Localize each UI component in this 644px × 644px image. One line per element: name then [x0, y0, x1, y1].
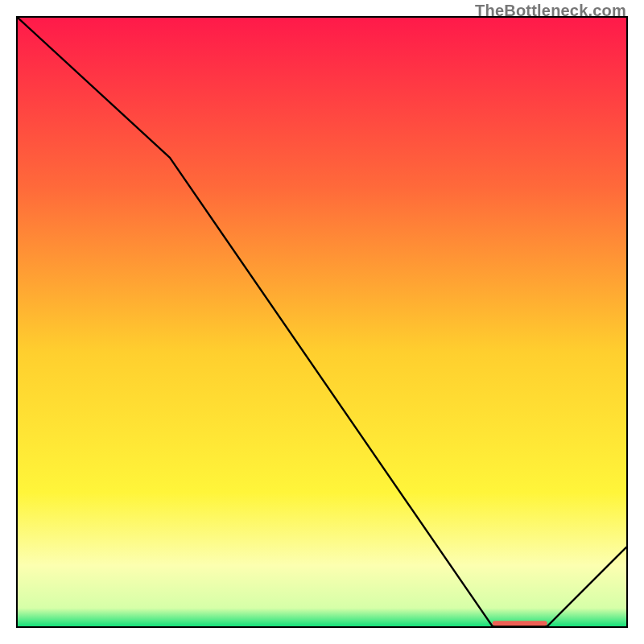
chart-svg	[18, 18, 626, 626]
plot-area	[16, 16, 628, 628]
chart-frame: TheBottleneck.com	[0, 0, 644, 644]
bottleneck-curve	[18, 18, 626, 626]
optimal-range-marker	[493, 621, 547, 625]
